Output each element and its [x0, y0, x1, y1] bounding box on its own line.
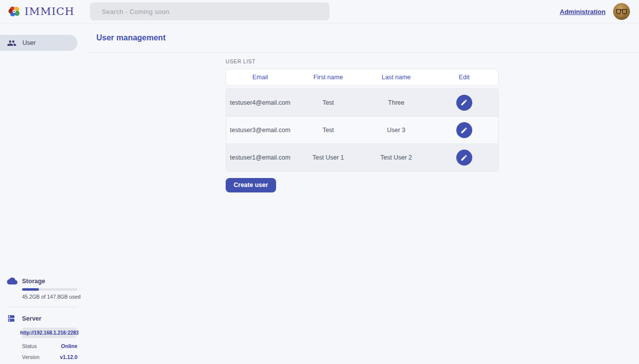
edit-user-button[interactable]: [456, 95, 472, 111]
storage-progress-bar: [22, 288, 77, 291]
cell-first-name: Test User 1: [294, 154, 362, 161]
main-content: User management USER LIST Email First na…: [85, 23, 639, 364]
cell-last-name: Three: [362, 99, 430, 106]
column-header-edit: Edit: [430, 74, 498, 81]
pencil-icon: [460, 154, 468, 162]
pencil-icon: [460, 127, 468, 134]
storage-usage-text: 45.2GB of 147.8GB used: [22, 294, 85, 300]
sidebar-item-label: User: [22, 39, 35, 46]
column-header-email: Email: [226, 74, 294, 81]
version-value: v1.12.0: [60, 354, 77, 360]
table-row: testuser3@email.com Test User 3: [226, 116, 498, 144]
server-status-row: Status Online: [22, 343, 77, 349]
storage-title: Storage: [22, 278, 45, 285]
app-title: IMMICH: [24, 5, 74, 17]
column-header-last-name: Last name: [362, 74, 430, 81]
user-table-body: testuser4@email.com Test Three: [226, 88, 499, 172]
immich-logo[interactable]: IMMICH: [8, 5, 74, 18]
server-url-badge: http://192.168.1.216:2283: [22, 328, 77, 338]
table-header-row: Email First name Last name Edit: [226, 69, 499, 86]
create-user-button[interactable]: Create user: [226, 178, 276, 192]
server-version-row: Version v1.12.0: [22, 354, 77, 360]
server-dns-icon: [7, 314, 22, 323]
sidebar-footer: Storage 45.2GB of 147.8GB used Server ht…: [0, 277, 85, 360]
column-header-first-name: First name: [294, 74, 362, 81]
status-label: Status: [22, 343, 37, 349]
edit-user-button[interactable]: [456, 150, 472, 166]
user-list-label: USER LIST: [226, 58, 499, 64]
version-label: Version: [22, 354, 39, 360]
sidebar-divider: [7, 307, 77, 307]
cell-email: testuser4@email.com: [226, 99, 294, 106]
storage-section-header: Storage: [0, 277, 85, 285]
cloud-icon: [7, 277, 22, 285]
sidebar-item-user[interactable]: User: [0, 35, 77, 51]
status-value: Online: [61, 343, 77, 349]
immich-flower-icon: [8, 5, 21, 18]
cell-first-name: Test: [294, 127, 362, 134]
server-title: Server: [22, 315, 41, 322]
edit-user-button[interactable]: [456, 122, 472, 138]
page-header: User management: [85, 23, 639, 53]
server-section-header: Server: [0, 314, 85, 323]
cell-last-name: User 3: [362, 127, 430, 134]
storage-progress-fill: [22, 288, 39, 291]
search-input[interactable]: [90, 2, 329, 20]
users-group-icon: [7, 38, 16, 48]
pencil-icon: [460, 99, 468, 106]
sidebar: User Storage 45.2GB of 147.8GB used: [0, 23, 85, 364]
cell-last-name: Test User 2: [362, 154, 430, 161]
administration-link[interactable]: Administration: [560, 8, 606, 15]
cell-email: testuser3@email.com: [226, 127, 294, 134]
table-row: testuser1@email.com Test User 1 Test Use…: [226, 144, 498, 171]
table-row: testuser4@email.com Test Three: [226, 89, 498, 116]
cell-first-name: Test: [294, 99, 362, 106]
avatar[interactable]: [613, 3, 630, 20]
top-nav: IMMICH Administration: [0, 0, 639, 23]
cell-email: testuser1@email.com: [226, 154, 294, 161]
page-title: User management: [96, 33, 166, 42]
